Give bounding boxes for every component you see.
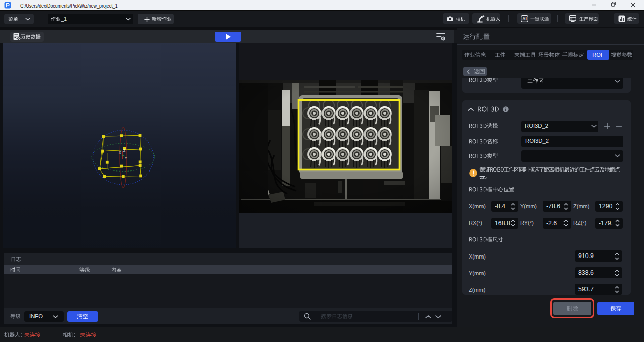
svg-text:Y: Y [125, 156, 127, 160]
svg-text:Z: Z [123, 149, 126, 152]
svg-text:X: X [119, 151, 121, 154]
svg-text:AI: AI [522, 16, 527, 21]
